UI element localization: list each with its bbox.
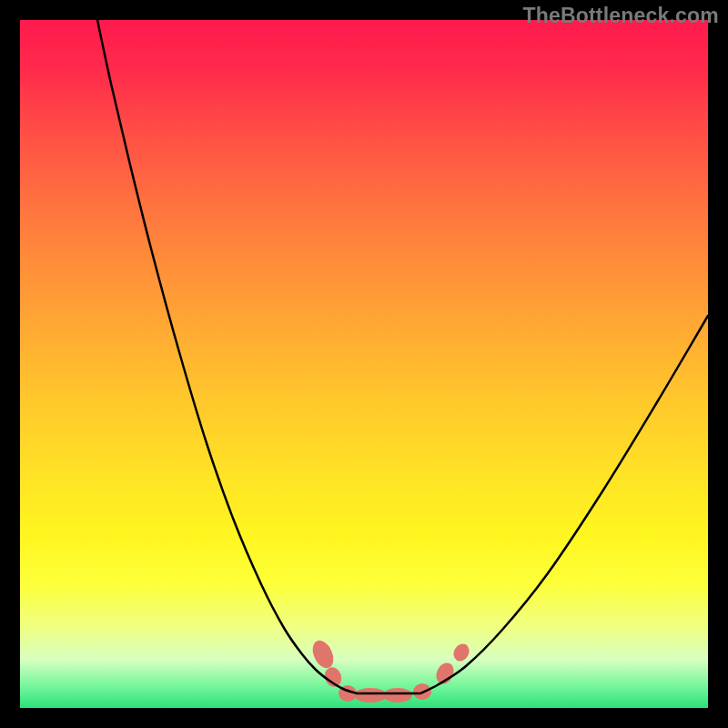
bottleneck-curve bbox=[97, 20, 708, 693]
curve-layer bbox=[20, 20, 708, 708]
plot-area bbox=[20, 20, 708, 708]
watermark-text: TheBottleneck.com bbox=[522, 4, 719, 28]
marker-dot bbox=[383, 688, 412, 703]
marker-dot bbox=[433, 660, 457, 686]
marker-dot bbox=[450, 641, 472, 663]
marker-dot bbox=[354, 688, 387, 703]
